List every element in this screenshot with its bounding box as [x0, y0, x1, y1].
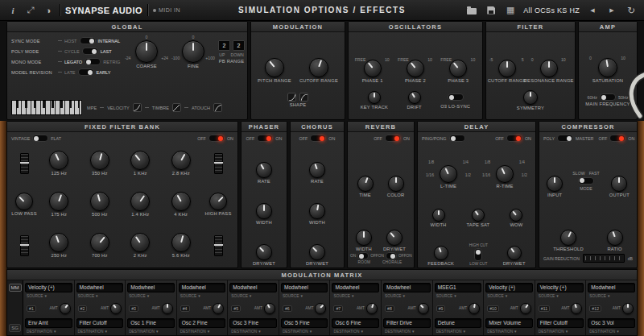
mod-dest-select[interactable]: Osc 3 Fine: [229, 318, 277, 328]
poly-mode-toggle[interactable]: [82, 48, 98, 55]
main-frequency-toggle[interactable]: [600, 93, 616, 101]
ffb-left-top-slider[interactable]: [20, 153, 29, 174]
tape-sat-knob[interactable]: [472, 209, 485, 222]
fine-knob[interactable]: [182, 40, 204, 63]
mm-button[interactable]: MM: [9, 284, 22, 292]
ffb-right-bottom-slider[interactable]: [214, 235, 223, 256]
r-time-knob[interactable]: [496, 165, 514, 183]
next-preset-button[interactable]: [605, 4, 618, 17]
browse-presets-button[interactable]: [465, 4, 478, 17]
chorus-width-knob[interactable]: [309, 203, 325, 219]
mod-source-select[interactable]: Velocity (+): [537, 283, 584, 292]
phaser-off-label[interactable]: OFF: [246, 136, 255, 141]
phase3-knob[interactable]: [449, 60, 467, 77]
mod-source-select[interactable]: Modwheel: [383, 283, 431, 292]
symmetry-knob[interactable]: [523, 90, 538, 105]
filter-resonance-range-knob[interactable]: [540, 60, 558, 77]
comp-fast-label[interactable]: FAST: [589, 171, 600, 176]
mod-amount-knob[interactable]: [469, 303, 480, 314]
model-revision-toggle[interactable]: [78, 68, 94, 76]
mono-mode-toggle[interactable]: [85, 58, 101, 65]
cut-filter-toggle[interactable]: [474, 248, 482, 261]
comp-off-label[interactable]: OFF: [598, 136, 607, 141]
high-cut-label[interactable]: HIGH CUT: [469, 243, 488, 247]
band-knob[interactable]: [49, 192, 68, 211]
comp-slow-label[interactable]: SLOW: [572, 171, 584, 176]
mod-dest-select[interactable]: Osc 5 Fine: [281, 318, 328, 328]
reverb-on-label[interactable]: ON: [403, 136, 410, 141]
comp-poly-label[interactable]: POLY: [543, 136, 555, 141]
mod-source-select[interactable]: Modwheel: [179, 283, 226, 292]
mod-source-select[interactable]: Modwheel: [332, 283, 379, 292]
comp-output-knob[interactable]: [611, 176, 627, 192]
reload-preset-button[interactable]: [625, 4, 638, 17]
reverb-power-toggle[interactable]: [385, 135, 401, 142]
phaser-width-knob[interactable]: [256, 203, 272, 219]
shape-2-button[interactable]: [299, 93, 308, 102]
mono-mode-legato[interactable]: LEGATO: [64, 60, 82, 64]
sync-mode-toggle[interactable]: [80, 37, 96, 44]
sync-mode-host[interactable]: HOST: [64, 39, 77, 44]
mod-dest-select[interactable]: Env Amt: [25, 318, 72, 328]
ffb-right-top-slider[interactable]: [214, 153, 223, 174]
mod-source-select[interactable]: Velocity (+): [485, 283, 533, 292]
mod-source-select[interactable]: Velocity (+): [25, 283, 72, 292]
mod-source-select[interactable]: Modwheel: [76, 283, 124, 292]
l-time-knob[interactable]: [440, 165, 457, 183]
delay-on-label[interactable]: ON: [525, 136, 531, 141]
low-pass-knob[interactable]: [15, 193, 33, 210]
ffb-off-label[interactable]: OFF: [197, 136, 206, 141]
delay-width-knob[interactable]: [432, 209, 445, 222]
feedback-knob[interactable]: [434, 246, 448, 260]
info-button[interactable]: [6, 4, 19, 17]
mod-amount-knob[interactable]: [571, 303, 582, 314]
band-knob[interactable]: [171, 192, 191, 211]
mod-amount-knob[interactable]: [110, 303, 122, 314]
phaser-on-label[interactable]: ON: [275, 136, 282, 141]
mod-amount-knob[interactable]: [315, 303, 326, 314]
pb-up-value[interactable]: 2: [218, 40, 230, 51]
mod-amount-knob[interactable]: [264, 303, 275, 314]
delay-power-toggle[interactable]: [506, 135, 522, 142]
high-pass-knob[interactable]: [209, 193, 227, 210]
threshold-knob[interactable]: [560, 230, 576, 246]
pingpong-label[interactable]: PING/PONG: [422, 136, 447, 141]
mod-dest-select[interactable]: Filter Cutoff: [76, 318, 124, 328]
mod-source-select[interactable]: MSEG1: [435, 283, 482, 292]
mono-mode-retrig[interactable]: RETRIG: [103, 60, 120, 64]
model-revision-late[interactable]: LATE: [64, 70, 76, 75]
mod-dest-select[interactable]: Detune: [435, 318, 482, 328]
mod-amount-knob[interactable]: [162, 303, 173, 314]
band-knob[interactable]: [90, 151, 109, 170]
mod-dest-select[interactable]: Osc 3 Vol: [588, 318, 635, 328]
shape-1-button[interactable]: [287, 93, 296, 102]
wow-knob[interactable]: [510, 209, 522, 222]
reverb-color-knob[interactable]: [388, 176, 404, 192]
mod-amount-knob[interactable]: [622, 303, 634, 314]
filter-cutoff-range-knob[interactable]: [498, 60, 516, 77]
phase2-knob[interactable]: [407, 60, 424, 77]
resize-button[interactable]: [24, 4, 37, 17]
ffb-power-toggle[interactable]: [208, 135, 225, 142]
mod-dest-select[interactable]: Mixer Volume: [485, 318, 533, 328]
phaser-rate-knob[interactable]: [256, 162, 272, 178]
pb-down-value[interactable]: 2: [233, 40, 245, 51]
chorus-drywet-knob[interactable]: [309, 244, 325, 260]
band-knob[interactable]: [90, 192, 109, 211]
pitch-range-knob[interactable]: [265, 58, 284, 77]
sg-button[interactable]: SG: [9, 324, 21, 332]
key-track-knob[interactable]: [368, 91, 381, 104]
mod-dest-select[interactable]: Osc 6 Fine: [332, 318, 379, 328]
mod-dest-select[interactable]: Filter Cutoff: [537, 318, 584, 328]
phase1-knob[interactable]: [364, 60, 382, 77]
delay-drywet-knob[interactable]: [507, 246, 522, 260]
sync-mode-internal[interactable]: INTERNAL: [98, 39, 121, 44]
drift-knob[interactable]: [408, 91, 421, 104]
chorus-on-label[interactable]: ON: [328, 136, 335, 141]
reverb-off-label[interactable]: OFF: [374, 136, 382, 141]
reverb-time-knob[interactable]: [357, 176, 374, 192]
mod-dest-select[interactable]: Osc 1 Fine: [127, 318, 175, 328]
ffb-flat-label[interactable]: FLAT: [51, 136, 61, 141]
preset-browser-button[interactable]: [504, 4, 517, 17]
band-knob[interactable]: [49, 151, 68, 170]
